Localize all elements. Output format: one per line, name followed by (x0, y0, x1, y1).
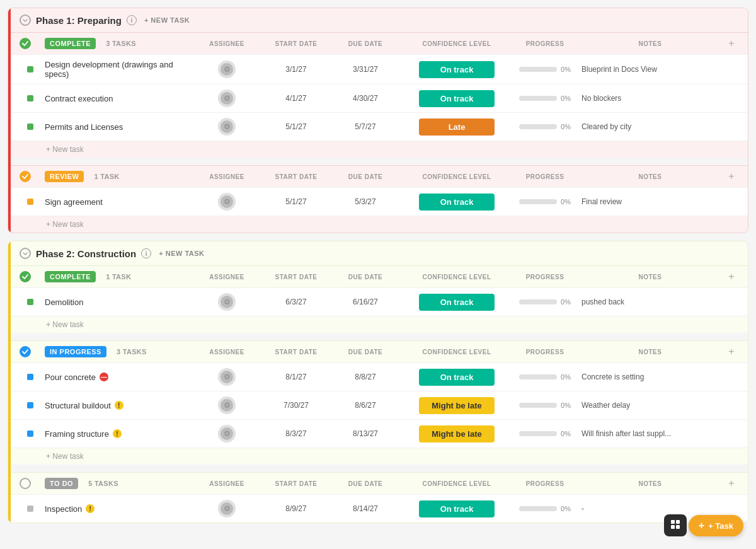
phase-1-review-check[interactable] (20, 171, 31, 182)
col-assignee-5: ASSIGNEE (192, 480, 261, 487)
task-notes: Blueprint in Docs View (576, 65, 724, 74)
task-name[interactable]: Structural buildout ! (45, 401, 192, 410)
add-task-button[interactable]: + + Task (689, 515, 743, 536)
phase-2-complete-section: COMPLETE 1 TASK ASSIGNEE START DATE DUE … (11, 265, 748, 333)
task-name[interactable]: Permits and Licenses (45, 122, 192, 132)
task-row: Sign agreement ⚙ 5/1/27 5/3/27 On track … (11, 187, 748, 216)
task-due-date: 8/6/27 (331, 401, 400, 410)
task-notes: Will finish after last suppl... (576, 429, 724, 438)
task-confidence: On track (400, 369, 513, 386)
task-notes: Concrete is setting (576, 373, 724, 381)
phase-1-complete-check[interactable] (20, 38, 31, 49)
col-startdate-2: START DATE (261, 173, 331, 180)
col-progress-2: PROGRESS (513, 173, 576, 180)
task-name[interactable]: Framing structure ! (45, 429, 192, 439)
task-indicator (27, 431, 33, 437)
phase-2-inprogress-section: IN PROGRESS 3 TASKS ASSIGNEE START DATE … (11, 340, 748, 465)
task-start-date: 5/1/27 (261, 197, 331, 206)
phase-1-review-count: 1 TASK (94, 173, 119, 180)
phase-2-todo-check[interactable] (20, 478, 31, 489)
phase-1-collapse-icon[interactable] (20, 14, 31, 26)
phase-1-container: Phase 1: Preparing i + NEW TASK COMPLETE… (8, 8, 748, 233)
task-assignee: ⚙ (192, 90, 261, 107)
grid-view-button[interactable] (664, 514, 687, 536)
task-progress: 0% (513, 298, 576, 306)
task-indicator (27, 66, 33, 72)
task-confidence: On track (400, 194, 513, 211)
task-name[interactable]: Contract execution (45, 94, 192, 103)
task-progress: 0% (513, 430, 576, 437)
task-indicator (27, 506, 33, 512)
phase-2-container: Phase 2: Construction i + NEW TASK COMPL… (8, 241, 748, 523)
task-due-date: 8/14/27 (331, 504, 400, 513)
phase-2-complete-badge: COMPLETE (45, 271, 96, 282)
task-indicator (27, 199, 33, 205)
task-row: Demolition ⚙ 6/3/27 6/16/27 On track 0% … (11, 287, 748, 316)
phase-2-title: Phase 2: Construction (36, 248, 136, 259)
task-name[interactable]: Design development (drawings and specs) (45, 60, 192, 79)
new-task-phase2-inprogress[interactable]: + New task (11, 448, 748, 465)
task-assignee: ⚙ (192, 500, 261, 517)
task-row: Design development (drawings and specs) … (11, 54, 748, 84)
new-task-phase1-review[interactable]: + New task (11, 216, 748, 233)
new-task-phase1-complete[interactable]: + New task (11, 141, 748, 158)
col-assignee-3: ASSIGNEE (192, 274, 261, 280)
phase-1-status-bar (8, 8, 11, 233)
task-indicator (27, 402, 33, 408)
task-confidence: Might be late (400, 425, 513, 442)
task-due-date: 8/13/27 (331, 429, 400, 438)
task-row: Inspection ! ⚙ 8/9/27 8/14/27 On track 0… (11, 494, 748, 523)
phase-1-review-badge: REVIEW (45, 171, 84, 182)
task-name[interactable]: Inspection ! (45, 504, 192, 514)
col-progress-3: PROGRESS (513, 274, 576, 280)
phase-2-complete-check[interactable] (20, 271, 31, 282)
svg-rect-0 (671, 520, 675, 524)
task-progress: 0% (513, 373, 576, 381)
add-col-4[interactable]: + (724, 346, 739, 357)
task-name[interactable]: Demolition (45, 298, 192, 307)
col-notes-3: NOTES (576, 274, 724, 280)
phase-1-review-section: REVIEW 1 TASK ASSIGNEE START DATE DUE DA… (11, 165, 748, 233)
add-col-5[interactable]: + (724, 478, 739, 489)
col-progress-5: PROGRESS (513, 480, 576, 487)
col-progress-1: PROGRESS (513, 40, 576, 47)
task-due-date: 4/30/27 (331, 94, 400, 103)
task-start-date: 8/9/27 (261, 504, 331, 513)
task-progress: 0% (513, 198, 576, 205)
phase-1-header: Phase 1: Preparing i + NEW TASK (11, 8, 748, 32)
task-progress: 0% (513, 123, 576, 130)
task-confidence: Might be late (400, 397, 513, 414)
add-col-1[interactable]: + (724, 38, 739, 49)
task-indicator (27, 124, 33, 130)
task-name[interactable]: Pour concrete — (45, 373, 192, 382)
phase-2-inprogress-badge: IN PROGRESS (45, 346, 106, 357)
phase-2-collapse-icon[interactable] (20, 248, 31, 259)
phase-2-new-task[interactable]: + NEW TASK (159, 250, 204, 257)
col-assignee-1: ASSIGNEE (192, 40, 261, 47)
task-name[interactable]: Sign agreement (45, 197, 192, 207)
task-start-date: 3/1/27 (261, 65, 331, 74)
phase-2-inprogress-count: 3 TASKS (117, 348, 147, 355)
task-indicator (27, 299, 33, 305)
col-confidence-2: CONFIDENCE LEVEL (400, 173, 513, 180)
task-assignee: ⚙ (192, 293, 261, 311)
col-notes-1: NOTES (576, 40, 724, 47)
phase-1-title: Phase 1: Preparing (36, 15, 122, 26)
phase-2-inprogress-check[interactable] (20, 346, 31, 357)
phase-2-info-icon[interactable]: i (141, 248, 151, 258)
phase-1-new-task[interactable]: + NEW TASK (144, 16, 190, 24)
new-task-phase2-complete[interactable]: + New task (11, 316, 748, 333)
task-start-date: 6/3/27 (261, 298, 331, 306)
task-row: Contract execution ⚙ 4/1/27 4/30/27 On t… (11, 84, 748, 112)
task-confidence: On track (400, 500, 513, 517)
warning-icon: ! (113, 429, 122, 438)
svg-rect-1 (676, 520, 680, 524)
add-task-label: + Task (708, 521, 733, 531)
warning-icon: ! (115, 401, 123, 410)
phase-1-info-icon[interactable]: i (127, 15, 137, 25)
phase-2-header: Phase 2: Construction i + NEW TASK (11, 241, 748, 265)
add-col-3[interactable]: + (724, 271, 739, 282)
col-notes-4: NOTES (576, 349, 724, 355)
add-col-2[interactable]: + (724, 171, 739, 182)
task-start-date: 4/1/27 (261, 94, 331, 103)
